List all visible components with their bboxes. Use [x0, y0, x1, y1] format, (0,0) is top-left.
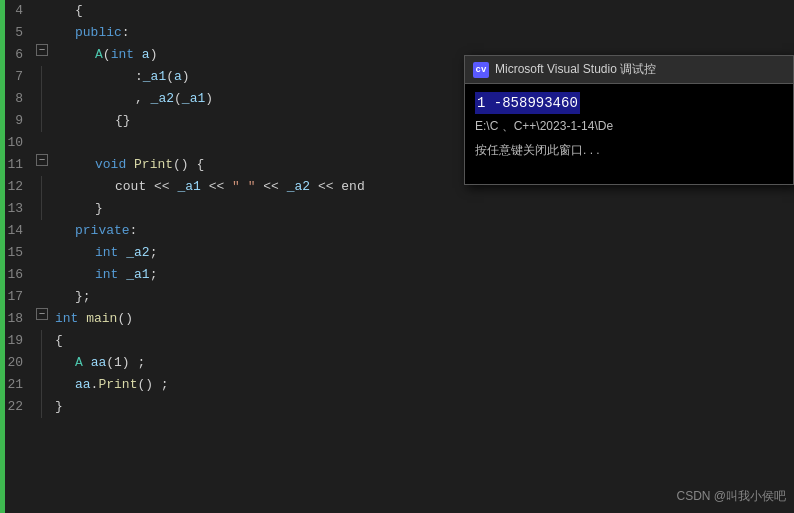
ln-7: 7: [5, 66, 27, 88]
code-line-18: int main (): [55, 308, 794, 330]
code-line-21: aa . Print () ;: [55, 374, 794, 396]
code-line-19: {: [55, 330, 794, 352]
ln-8: 8: [5, 88, 27, 110]
console-titlebar: cv Microsoft Visual Studio 调试控: [465, 56, 793, 84]
fold-area: − − −: [33, 0, 51, 513]
ln-13: 13: [5, 198, 27, 220]
ln-12: 12: [5, 176, 27, 198]
console-output-1: 1 -858993460: [475, 92, 783, 114]
ln-22: 22: [5, 396, 27, 418]
watermark: CSDN @叫我小侯吧: [676, 488, 786, 505]
code-line-4: {: [55, 0, 794, 22]
code-line-22: }: [55, 396, 794, 418]
fold-btn-11[interactable]: −: [36, 154, 48, 166]
code-line-5: public :: [55, 22, 794, 44]
code-line-17: };: [55, 286, 794, 308]
ln-4: 4: [5, 0, 27, 22]
ln-15: 15: [5, 242, 27, 264]
code-line-14: private :: [55, 220, 794, 242]
ln-18: 18: [5, 308, 27, 330]
console-app-icon: cv: [473, 62, 489, 78]
ln-5: 5: [5, 22, 27, 44]
ln-21: 21: [5, 374, 27, 396]
fold-line-6: [41, 66, 42, 132]
fold-btn-18[interactable]: −: [36, 308, 48, 320]
ln-20: 20: [5, 352, 27, 374]
ln-11: 11: [5, 154, 27, 176]
console-output-2: E:\C 、C++\2023-1-14\De: [475, 114, 783, 138]
ln-17: 17: [5, 286, 27, 308]
code-line-13: }: [55, 198, 794, 220]
ln-9: 9: [5, 110, 27, 132]
ln-16: 16: [5, 264, 27, 286]
ln-6: 6: [5, 44, 27, 66]
code-line-20: A aa (1) ;: [55, 352, 794, 374]
ln-10: 10: [5, 132, 27, 154]
ln-19: 19: [5, 330, 27, 352]
console-body: 1 -858993460 E:\C 、C++\2023-1-14\De 按任意键…: [465, 84, 793, 184]
ln-14: 14: [5, 220, 27, 242]
console-highlighted-output: 1 -858993460: [475, 92, 580, 114]
code-line-16: int _a1 ;: [55, 264, 794, 286]
fold-line-18: [41, 330, 42, 418]
fold-line-11: [41, 176, 42, 220]
code-line-15: int _a2 ;: [55, 242, 794, 264]
console-output-3: 按任意键关闭此窗口. . .: [475, 138, 783, 162]
fold-btn-6[interactable]: −: [36, 44, 48, 56]
line-numbers: 4 5 6 7 8 9 10 11 12 13 14 15 16 17 18 1…: [5, 0, 33, 513]
console-window: cv Microsoft Visual Studio 调试控 1 -858993…: [464, 55, 794, 185]
console-title: Microsoft Visual Studio 调试控: [495, 61, 656, 78]
